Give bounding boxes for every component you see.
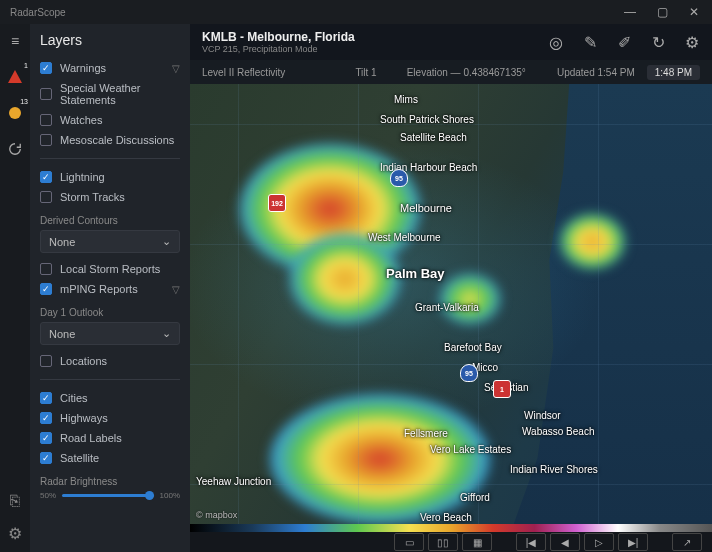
layer-warnings[interactable]: Warnings ▽ <box>40 58 180 78</box>
reload-icon[interactable]: ↻ <box>650 34 666 50</box>
share-button[interactable]: ↗ <box>672 533 702 551</box>
city-label: Grant-Valkaria <box>415 302 479 313</box>
city-label: Gifford <box>460 492 490 503</box>
checkbox-icon[interactable] <box>40 432 52 444</box>
city-label: Wabasso Beach <box>522 426 594 437</box>
icon-rail: ≡ 1 13 ⎘ ⚙ <box>0 24 30 552</box>
layout-two-button[interactable]: ▯▯ <box>428 533 458 551</box>
time-display[interactable]: 1:48 PM <box>647 65 700 80</box>
layer-label: Warnings <box>60 62 106 74</box>
city-label: Fellsmere <box>404 428 448 439</box>
highway-shield-icon: 95 <box>390 169 408 187</box>
layer-local-storm-reports[interactable]: Local Storm Reports <box>40 259 180 279</box>
map-attribution[interactable]: © mapbox <box>196 510 237 520</box>
map-header: KMLB - Melbourne, Florida VCP 215, Preci… <box>190 24 712 60</box>
updated-label: Updated 1:54 PM <box>557 67 635 78</box>
city-label: Indian River Shores <box>510 464 598 475</box>
layer-storm-tracks[interactable]: Storm Tracks <box>40 187 180 207</box>
prev-frame-button[interactable]: ◀ <box>550 533 580 551</box>
maximize-button[interactable]: ▢ <box>648 2 676 22</box>
link-icon[interactable]: ⎘ <box>6 492 24 510</box>
layer-label: Storm Tracks <box>60 191 125 203</box>
city-label: Yeehaw Junction <box>196 476 271 487</box>
derived-contours-select[interactable]: None ⌄ <box>40 230 180 253</box>
bottom-bar: ▭ ▯▯ ▦ |◀ ◀ ▷ ▶| ↗ <box>190 524 712 552</box>
layer-road-labels[interactable]: Road Labels <box>40 428 180 448</box>
layer-mesoscale[interactable]: Mesoscale Discussions <box>40 130 180 150</box>
layout-four-button[interactable]: ▦ <box>462 533 492 551</box>
product-label[interactable]: Level II Reflectivity <box>202 67 285 78</box>
menu-icon[interactable]: ≡ <box>6 32 24 50</box>
first-frame-button[interactable]: |◀ <box>516 533 546 551</box>
edit-icon[interactable]: ✐ <box>616 34 632 50</box>
layer-label: Lightning <box>60 171 105 183</box>
compass-icon[interactable]: ✎ <box>582 34 598 50</box>
checkbox-icon[interactable] <box>40 134 52 146</box>
advisory-icon[interactable]: 13 <box>6 104 24 122</box>
layer-cities[interactable]: Cities <box>40 388 180 408</box>
station-title: KMLB - Melbourne, Florida <box>202 30 355 44</box>
checkbox-icon[interactable] <box>40 452 52 464</box>
layer-label: Special Weather Statements <box>60 82 180 106</box>
app-name: RadarScope <box>10 7 66 18</box>
warning-badge: 1 <box>24 62 28 69</box>
slider-track[interactable] <box>62 494 154 497</box>
info-bar: Level II Reflectivity Tilt 1 Elevation —… <box>190 60 712 84</box>
settings-icon[interactable]: ⚙ <box>6 524 24 542</box>
radar-map[interactable]: © mapbox MimsSouth Patrick ShoresSatelli… <box>190 84 712 524</box>
city-label: West Melbourne <box>368 232 441 243</box>
filter-icon[interactable]: ▽ <box>172 284 180 295</box>
layer-highways[interactable]: Highways <box>40 408 180 428</box>
checkbox-icon[interactable] <box>40 283 52 295</box>
checkbox-icon[interactable] <box>40 171 52 183</box>
checkbox-icon[interactable] <box>40 191 52 203</box>
checkbox-icon[interactable] <box>40 355 52 367</box>
slider-thumb[interactable] <box>145 491 154 500</box>
checkbox-icon[interactable] <box>40 114 52 126</box>
layer-locations[interactable]: Locations <box>40 351 180 371</box>
play-button[interactable]: ▷ <box>584 533 614 551</box>
derived-contours-label: Derived Contours <box>40 215 180 226</box>
layer-lightning[interactable]: Lightning <box>40 167 180 187</box>
checkbox-icon[interactable] <box>40 412 52 424</box>
svg-point-0 <box>9 107 21 119</box>
advisory-badge: 13 <box>20 98 28 105</box>
layer-label: Road Labels <box>60 432 122 444</box>
highway-shield-icon: 192 <box>268 194 286 212</box>
layer-label: Watches <box>60 114 102 126</box>
gear-icon[interactable]: ⚙ <box>684 34 700 50</box>
day1-outlook-label: Day 1 Outlook <box>40 307 180 318</box>
day1-outlook-select[interactable]: None ⌄ <box>40 322 180 345</box>
layer-special-weather[interactable]: Special Weather Statements <box>40 78 180 110</box>
city-label: Melbourne <box>400 202 452 214</box>
elevation-label: Elevation — 0.438467135° <box>407 67 526 78</box>
reflectivity-colorscale <box>190 524 712 532</box>
target-icon[interactable]: ◎ <box>548 34 564 50</box>
layer-satellite[interactable]: Satellite <box>40 448 180 468</box>
slider-min: 50% <box>40 491 56 500</box>
layout-single-button[interactable]: ▭ <box>394 533 424 551</box>
layer-label: Mesoscale Discussions <box>60 134 174 146</box>
chevron-down-icon: ⌄ <box>162 235 171 248</box>
title-bar: RadarScope — ▢ ✕ <box>0 0 712 24</box>
checkbox-icon[interactable] <box>40 263 52 275</box>
next-frame-button[interactable]: ▶| <box>618 533 648 551</box>
refresh-icon[interactable] <box>6 140 24 158</box>
brightness-slider[interactable]: 50% 100% <box>40 491 180 500</box>
checkbox-icon[interactable] <box>40 62 52 74</box>
layer-label: Local Storm Reports <box>60 263 160 275</box>
filter-icon[interactable]: ▽ <box>172 63 180 74</box>
checkbox-icon[interactable] <box>40 88 52 100</box>
checkbox-icon[interactable] <box>40 392 52 404</box>
minimize-button[interactable]: — <box>616 2 644 22</box>
warnings-icon[interactable]: 1 <box>6 68 24 86</box>
layer-label: Cities <box>60 392 88 404</box>
city-label: Barefoot Bay <box>444 342 502 353</box>
close-button[interactable]: ✕ <box>680 2 708 22</box>
city-label: South Patrick Shores <box>380 114 474 125</box>
tilt-label[interactable]: Tilt 1 <box>355 67 376 78</box>
layer-watches[interactable]: Watches <box>40 110 180 130</box>
layer-mping-reports[interactable]: mPING Reports ▽ <box>40 279 180 299</box>
city-label: Mims <box>394 94 418 105</box>
slider-max: 100% <box>160 491 180 500</box>
